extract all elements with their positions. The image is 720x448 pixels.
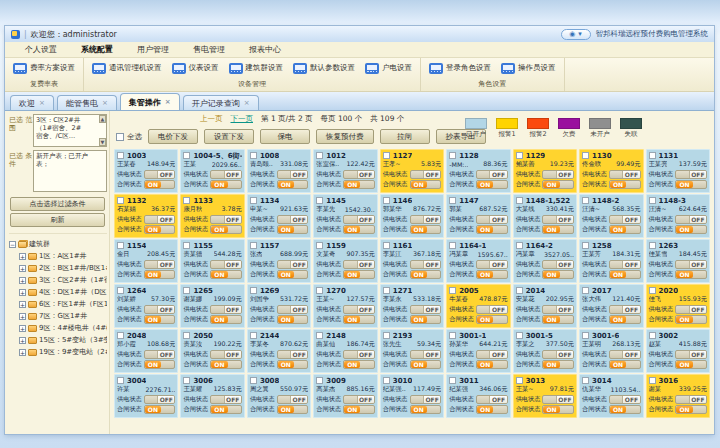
card-checkbox[interactable] [117,152,124,159]
meter-card[interactable]: 3001-6 王某明 268.13元 供电状态 OFF 合闸状态 ON [579,329,643,373]
meter-card[interactable]: 1159 文某奇 907.35元 供电状态 OFF 合闸状态 ON [313,239,377,283]
card-checkbox[interactable] [117,377,124,384]
meter-card[interactable]: 1263 佳某雪 184.45元 供电状态 OFF 合闸状态 ON [646,239,710,283]
supply-off-toggle[interactable]: OFF [542,260,574,269]
supply-off-toggle[interactable]: OFF [476,305,508,314]
meter-card[interactable]: 1130 佟金联 99.49元 供电状态 OFF 合闸状态 ON [579,149,643,193]
meter-card[interactable]: 1161 李某江 367.18元 供电状态 OFF 合闸状态 ON [380,239,444,283]
supply-off-toggle[interactable]: OFF [542,350,574,359]
meter-card[interactable]: 1148-1,522 大某线 330.41元 供电状态 OFF 合闸状态 ON [513,194,577,238]
meter-card[interactable]: 1131 王某亮 137.59元 供电状态 OFF 合闸状态 ON [646,149,710,193]
prev-page-link[interactable]: 上一页 [200,114,223,124]
card-checkbox[interactable] [117,242,124,249]
meter-card[interactable]: 1145 李某先 1542.30.. 供电状态 OFF 合闸状态 ON [313,194,377,238]
meter-card[interactable]: 1265 谢某娜 199.09元 供电状态 OFF 合闸状态 ON [180,284,244,328]
tree-expander-icon[interactable]: + [19,301,26,308]
meter-card[interactable]: 1164-1 冯某章 1595.67.. 供电状态 OFF 合闸状态 ON [446,239,510,283]
supply-off-toggle[interactable]: OFF [675,350,707,359]
supply-off-toggle[interactable]: OFF [542,305,574,314]
tab-close-icon[interactable]: × [165,98,171,106]
card-checkbox[interactable] [449,197,456,204]
tree-expander-icon[interactable]: + [19,349,26,356]
meter-card[interactable]: 1271 李某永 533.18元 供电状态 OFF 合闸状态 ON [380,284,444,328]
switch-on-toggle[interactable]: ON [144,270,176,279]
meter-card[interactable]: 2148 曲某仙 186.74元 供电状态 OFF 合闸状态 ON [313,329,377,373]
switch-on-toggle[interactable]: ON [675,180,707,189]
supply-off-toggle[interactable]: OFF [609,305,641,314]
ribbon-button[interactable]: 费率方案设置 [8,61,80,76]
meter-card[interactable]: 3002 赵某 415.88元 供电状态 OFF 合闸状态 ON [646,329,710,373]
switch-on-toggle[interactable]: ON [210,270,242,279]
supply-off-toggle[interactable]: OFF [410,395,442,404]
meter-card[interactable]: 1258 王某芳 184.31元 供电状态 OFF 合闸状态 ON [579,239,643,283]
supply-off-toggle[interactable]: OFF [144,395,176,404]
switch-on-toggle[interactable]: ON [542,315,574,324]
switch-on-toggle[interactable]: ON [675,225,707,234]
card-checkbox[interactable] [316,152,323,159]
card-checkbox[interactable] [449,242,456,249]
card-checkbox[interactable] [316,287,323,294]
switch-on-toggle[interactable]: ON [410,180,442,189]
meter-card[interactable]: 1157 张杰 688.99元 供电状态 OFF 合闸状态 ON [247,239,311,283]
supply-off-toggle[interactable]: OFF [144,350,176,359]
switch-on-toggle[interactable]: ON [476,180,508,189]
filter-select-button[interactable]: 点击选择过滤条件 [10,197,105,211]
supply-off-toggle[interactable]: OFF [343,305,375,314]
supply-off-toggle[interactable]: OFF [144,305,176,314]
switch-on-toggle[interactable]: ON [609,270,641,279]
meter-card[interactable]: 2017 张大伟 121.40元 供电状态 OFF 合闸状态 ON [579,284,643,328]
card-checkbox[interactable] [516,332,523,339]
meter-card[interactable]: 1164-2 冯某章 3527.05.. 供电状态 OFF 合闸状态 ON [513,239,577,283]
switch-on-toggle[interactable]: ON [609,225,641,234]
supply-off-toggle[interactable]: OFF [410,170,442,179]
meter-card[interactable]: 2020 佳飞 155.93元 供电状态 OFF 合闸状态 ON [646,284,710,328]
tree-item[interactable]: + 2区：B区1#井/B区1#… [9,262,107,274]
switch-on-toggle[interactable]: ON [277,270,309,279]
supply-off-toggle[interactable]: OFF [277,170,309,179]
switch-on-toggle[interactable]: ON [144,405,176,414]
card-checkbox[interactable] [250,332,257,339]
scroll-up-icon[interactable]: ▲ [99,115,106,123]
card-checkbox[interactable] [383,152,390,159]
meter-card[interactable]: 3010 纪某强.. 117.49元 供电状态 OFF 合闸状态 ON [380,374,444,418]
selected-condition-box[interactable]: 新开户表；已开户 表； [33,150,107,192]
selected-range-listbox[interactable]: 3区：C区2#井 （1#宿舍、2# 宿舍、/C区… ▲ ▼ [33,114,107,147]
action-button-1[interactable]: 电价下发 [148,129,198,144]
card-checkbox[interactable] [383,197,390,204]
ribbon-button[interactable]: 默认参数设置 [288,61,360,76]
card-checkbox[interactable] [516,197,523,204]
switch-on-toggle[interactable]: ON [343,405,375,414]
meter-card[interactable]: 3001-5 李某之 377.50元 供电状态 OFF 合闸状态 ON [513,329,577,373]
switch-on-toggle[interactable]: ON [277,315,309,324]
tree-expander-icon[interactable]: + [19,313,26,320]
supply-off-toggle[interactable]: OFF [410,215,442,224]
supply-off-toggle[interactable]: OFF [476,215,508,224]
ribbon-button[interactable]: 仪表设置 [167,61,224,76]
tree-item[interactable]: + 15区：5#变站（3#变… [9,334,107,346]
supply-off-toggle[interactable]: OFF [343,215,375,224]
supply-off-toggle[interactable]: OFF [542,395,574,404]
action-button-3[interactable]: 保电 [260,129,310,144]
meter-card[interactable]: 2014 安某花 202.95元 供电状态 OFF 合闸状态 ON [513,284,577,328]
supply-off-toggle[interactable]: OFF [542,215,574,224]
supply-off-toggle[interactable]: OFF [609,395,641,404]
tree-expander-icon[interactable]: + [19,253,26,260]
card-checkbox[interactable] [649,152,656,159]
card-checkbox[interactable] [449,332,456,339]
meter-card[interactable]: 1134 申某~ 921.63元 供电状态 OFF 合闸状态 ON [247,194,311,238]
card-checkbox[interactable] [383,377,390,384]
switch-on-toggle[interactable]: ON [476,405,508,414]
tree-item[interactable]: + 9区：4#楼电井（4#楼… [9,322,107,334]
card-checkbox[interactable] [649,197,656,204]
meter-card[interactable]: 1132 石某娟 36.37元 供电状态 OFF 合闸状态 ON [114,194,178,238]
card-checkbox[interactable] [449,377,456,384]
menu-item-4[interactable]: 售电管理 [181,42,237,57]
tree-item[interactable]: + 7区：G区1#井 [9,310,107,322]
meter-card[interactable]: 1148-2 汪清~ 568.35元 供电状态 OFF 合闸状态 ON [579,194,643,238]
supply-off-toggle[interactable]: OFF [675,260,707,269]
ribbon-button[interactable]: 登录角色设置 [424,61,496,76]
meter-card[interactable]: 1269 刘国争 531.72元 供电状态 OFF 合闸状态 ON [247,284,311,328]
switch-on-toggle[interactable]: ON [675,270,707,279]
card-checkbox[interactable] [250,197,257,204]
supply-off-toggle[interactable]: OFF [343,260,375,269]
